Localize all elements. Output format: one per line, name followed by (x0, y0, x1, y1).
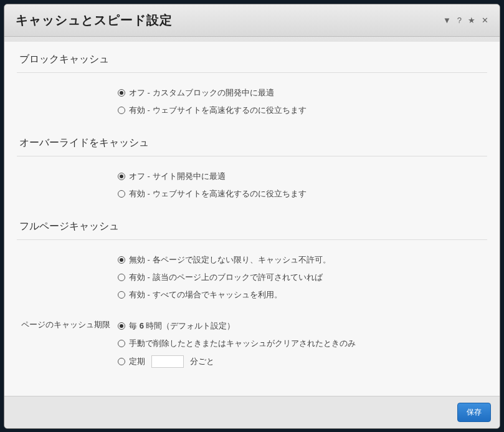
option-label: 有効 - ウェブサイトを高速化するのに役立ちます (129, 105, 307, 116)
field-fullpage-cache: 無効 - 各ページで設定しない限り、キャッシュ不許可。 有効 - 該当のページ上… (17, 251, 487, 304)
option-label: オフ - サイト開発中に最適 (129, 171, 226, 182)
panel-actions: ▼ ? ★ ✕ (443, 16, 488, 25)
block-cache-options: オフ - カスタムブロックの開発中に最適 有効 - ウェブサイトを高速化するのに… (118, 84, 487, 119)
option-label: 有効 - すべての場合でキャッシュを利用。 (129, 289, 282, 300)
panel-footer: 保存 (4, 396, 500, 428)
fullpage-cache-all[interactable]: 有効 - すべての場合でキャッシュを利用。 (118, 286, 487, 304)
cache-lifetime-label: ページのキャッシュ期限 (17, 317, 118, 330)
field-override-cache: オフ - サイト開発中に最適 有効 - ウェブサイトを高速化するのに役立ちます (17, 168, 487, 203)
option-label: 無効 - 各ページで設定しない限り、キャッシュ不許可。 (129, 254, 331, 266)
cache-lifetime-manual[interactable]: 手動で削除したときまたはキャッシュがクリアされたときのみ (118, 335, 487, 352)
field-label-empty (17, 168, 118, 170)
fullpage-cache-options: 無効 - 各ページで設定しない限り、キャッシュ不許可。 有効 - 該当のページ上… (118, 251, 487, 304)
fullpage-cache-blocks[interactable]: 有効 - 該当のページ上のブロックで許可されていれば (118, 269, 487, 286)
section-fullpage-cache: フルページキャッシュ 無効 - 各ページで設定しない限り、キャッシュ不許可。 有… (17, 216, 487, 304)
section-title-block-cache: ブロックキャッシュ (17, 49, 487, 73)
close-icon[interactable]: ✕ (482, 16, 488, 25)
radio-icon (118, 107, 125, 114)
dropdown-icon[interactable]: ▼ (443, 16, 451, 25)
override-cache-options: オフ - サイト開発中に最適 有効 - ウェブサイトを高速化するのに役立ちます (118, 168, 487, 203)
section-title-override-cache: オーバーライドをキャッシュ (17, 133, 487, 156)
radio-icon (118, 322, 125, 330)
cache-lifetime-periodic[interactable]: 定期 分ごと (118, 352, 487, 371)
field-block-cache: オフ - カスタムブロックの開発中に最適 有効 - ウェブサイトを高速化するのに… (17, 84, 487, 119)
option-label: 手動で削除したときまたはキャッシュがクリアされたときのみ (129, 338, 356, 349)
option-label-suffix: 分ごと (190, 356, 214, 367)
save-button[interactable]: 保存 (457, 403, 491, 422)
settings-panel: キャッシュとスピード設定 ▼ ? ★ ✕ ブロックキャッシュ オフ - カスタム… (4, 4, 500, 429)
override-cache-on[interactable]: 有効 - ウェブサイトを高速化するのに役立ちます (118, 185, 487, 203)
radio-icon (118, 173, 125, 180)
option-label: 有効 - 該当のページ上のブロックで許可されていれば (129, 272, 323, 283)
field-label-empty (17, 251, 118, 254)
option-label: 有効 - ウェブサイトを高速化するのに役立ちます (129, 188, 307, 199)
radio-icon (118, 274, 125, 281)
block-cache-on[interactable]: 有効 - ウェブサイトを高速化するのに役立ちます (118, 102, 487, 119)
radio-icon (118, 291, 125, 299)
option-label: オフ - カスタムブロックの開発中に最適 (129, 87, 274, 98)
star-icon[interactable]: ★ (468, 16, 475, 25)
periodic-minutes-input[interactable] (151, 355, 184, 368)
radio-icon (118, 256, 125, 264)
panel-header: キャッシュとスピード設定 ▼ ? ★ ✕ (4, 4, 500, 37)
radio-icon (118, 358, 125, 365)
radio-icon (118, 190, 125, 198)
block-cache-off[interactable]: オフ - カスタムブロックの開発中に最適 (118, 84, 487, 102)
field-label-empty (17, 84, 118, 87)
cache-lifetime-options: 毎 6 時間（デフォルト設定） 手動で削除したときまたはキャッシュがクリアされた… (118, 317, 487, 371)
section-block-cache: ブロックキャッシュ オフ - カスタムブロックの開発中に最適 有効 - ウェブサ… (17, 49, 487, 119)
section-override-cache: オーバーライドをキャッシュ オフ - サイト開発中に最適 有効 - ウェブサイト… (17, 133, 487, 203)
cache-lifetime-default[interactable]: 毎 6 時間（デフォルト設定） (118, 317, 487, 335)
field-cache-lifetime: ページのキャッシュ期限 毎 6 時間（デフォルト設定） 手動で削除したときまたは… (17, 317, 487, 371)
fullpage-cache-disabled[interactable]: 無効 - 各ページで設定しない限り、キャッシュ不許可。 (118, 251, 487, 269)
override-cache-off[interactable]: オフ - サイト開発中に最適 (118, 168, 487, 185)
section-cache-lifetime: ページのキャッシュ期限 毎 6 時間（デフォルト設定） 手動で削除したときまたは… (17, 317, 487, 371)
option-label: 毎 6 時間（デフォルト設定） (129, 320, 235, 332)
radio-icon (118, 89, 125, 97)
panel-body: ブロックキャッシュ オフ - カスタムブロックの開発中に最適 有効 - ウェブサ… (4, 37, 500, 428)
section-title-fullpage-cache: フルページキャッシュ (17, 216, 487, 240)
panel-title: キャッシュとスピード設定 (16, 12, 173, 29)
help-icon[interactable]: ? (457, 16, 462, 25)
radio-icon (118, 340, 125, 347)
option-label-prefix: 定期 (129, 356, 145, 367)
